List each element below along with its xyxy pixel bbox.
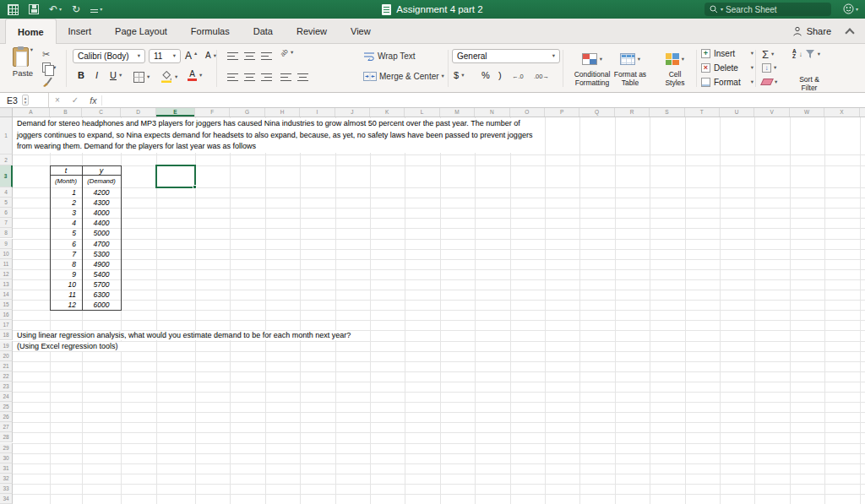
cell-month-row15[interactable]: 12 — [50, 300, 82, 310]
cell-demand-row4[interactable]: 4200 — [82, 187, 121, 198]
column-header-T[interactable]: T — [685, 108, 720, 117]
column-header-K[interactable]: K — [370, 108, 405, 117]
chevron-down-icon[interactable]: ▾ — [59, 7, 62, 12]
chevron-down-icon[interactable]: ▾ — [147, 74, 150, 80]
row-header-22[interactable]: 22 — [0, 371, 13, 382]
cell-month-row8[interactable]: 5 — [50, 228, 82, 238]
tab-home[interactable]: Home — [5, 19, 57, 44]
column-header-L[interactable]: L — [405, 108, 439, 117]
increase-indent-button[interactable] — [297, 73, 308, 81]
fill-button[interactable]: ↓▾ — [762, 63, 776, 73]
row-header-33[interactable]: 33 — [0, 484, 13, 494]
column-header-P[interactable]: P — [545, 108, 579, 117]
cell-month-row10[interactable]: 7 — [50, 249, 82, 259]
insert-function-button[interactable]: fx — [84, 95, 102, 106]
font-size-select[interactable]: 11▾ — [149, 49, 181, 63]
column-header-H[interactable]: H — [265, 108, 300, 117]
chevron-down-icon[interactable]: ▾ — [442, 73, 444, 79]
tab-data[interactable]: Data — [242, 19, 285, 43]
chevron-down-icon[interactable]: ▾ — [199, 73, 202, 79]
cell-demand-row5[interactable]: 4300 — [82, 198, 121, 208]
tab-view[interactable]: View — [339, 19, 383, 43]
column-header-I[interactable]: I — [300, 108, 335, 117]
chevron-down-icon[interactable]: ▾ — [771, 51, 774, 57]
align-bottom-button[interactable] — [261, 52, 272, 60]
autosum-button[interactable]: Σ▾ — [762, 48, 774, 61]
increase-decimal-button[interactable]: ←.0 — [512, 73, 524, 80]
row-header-4[interactable]: 4 — [0, 187, 13, 198]
font-color-button[interactable]: A ▾ — [188, 70, 202, 81]
search-input[interactable]: ▾ Search Sheet — [705, 3, 831, 16]
decrease-indent-button[interactable] — [280, 73, 291, 81]
row-header-14[interactable]: 14 — [0, 290, 13, 300]
format-cells-button[interactable]: Format▾ — [701, 78, 753, 87]
align-middle-button[interactable] — [244, 52, 255, 60]
decrease-decimal-button[interactable]: .00→ — [534, 73, 549, 80]
cell-demand-row10[interactable]: 5300 — [82, 249, 121, 259]
cell-demand-row8[interactable]: 5000 — [82, 228, 121, 238]
cell-month-row12[interactable]: 9 — [50, 269, 82, 279]
cell-b3-month-header[interactable]: t(Month) — [50, 165, 82, 187]
column-header-S[interactable]: S — [650, 108, 684, 117]
align-center-button[interactable] — [244, 73, 255, 81]
row-header-29[interactable]: 29 — [0, 443, 13, 453]
row-header-25[interactable]: 25 — [0, 402, 13, 412]
row-header-34[interactable]: 34 — [0, 494, 13, 504]
cut-button[interactable]: ✂ — [42, 49, 50, 60]
column-header-G[interactable]: G — [230, 108, 264, 117]
cell-month-row7[interactable]: 4 — [50, 218, 82, 228]
cell-demand-row14[interactable]: 6300 — [82, 290, 121, 300]
cell-month-row4[interactable]: 1 — [50, 187, 82, 198]
row-header-8[interactable]: 8 — [0, 228, 13, 238]
confirm-entry-button[interactable]: ✓ — [66, 95, 84, 105]
row-header-3[interactable]: 3 — [0, 165, 13, 187]
row-header-30[interactable]: 30 — [0, 453, 13, 463]
format-painter-button[interactable] — [42, 77, 52, 87]
column-header-V[interactable]: V — [754, 108, 789, 117]
chevron-down-icon[interactable]: ▾ — [175, 74, 177, 80]
column-header-D[interactable]: D — [121, 108, 156, 117]
row-header-2[interactable]: 2 — [0, 154, 13, 165]
toolbar-options-button[interactable]: ▾ — [90, 7, 102, 12]
row-header-26[interactable]: 26 — [0, 412, 13, 422]
row-header-21[interactable]: 21 — [0, 361, 13, 371]
column-header-Q[interactable]: Q — [579, 108, 614, 117]
row-header-23[interactable]: 23 — [0, 382, 13, 392]
column-header-C[interactable]: C — [82, 108, 121, 117]
row-header-24[interactable]: 24 — [0, 392, 13, 402]
row-header-19[interactable]: 19 — [0, 341, 13, 351]
save-button[interactable] — [29, 4, 39, 14]
insert-cells-button[interactable]: +Insert▾ — [701, 49, 753, 58]
row-header-1[interactable]: 1 — [0, 117, 13, 154]
tab-formulas[interactable]: Formulas — [179, 19, 242, 43]
row-header-7[interactable]: 7 — [0, 218, 13, 228]
cell-c3-demand-header[interactable]: y(Demand) — [82, 165, 121, 187]
chevron-down-icon[interactable]: ▾ — [30, 47, 33, 53]
column-header-A[interactable]: A — [13, 108, 50, 117]
column-header-W[interactable]: W — [790, 108, 824, 117]
sheet-grid[interactable]: Demand for stereo headphones and MP3 pla… — [0, 117, 865, 504]
cell-month-row14[interactable]: 11 — [50, 290, 82, 300]
undo-button[interactable]: ↶▾ — [49, 4, 62, 14]
italic-button[interactable]: I — [95, 71, 98, 80]
cell-month-row13[interactable]: 10 — [50, 279, 82, 290]
increase-font-button[interactable]: A▴ — [185, 51, 197, 61]
tab-review[interactable]: Review — [285, 19, 339, 43]
decrease-font-button[interactable]: A▾ — [205, 51, 216, 60]
sort-filter-button[interactable]: AZ ↓ ▾ — [792, 49, 820, 59]
paste-button[interactable]: ▾ Paste — [7, 47, 39, 78]
cell-demand-row6[interactable]: 4000 — [82, 208, 121, 218]
row-header-28[interactable]: 28 — [0, 432, 13, 442]
name-box-stepper[interactable]: ▴▾ — [22, 95, 30, 106]
cell-month-row9[interactable]: 6 — [50, 239, 82, 249]
tab-insert[interactable]: Insert — [57, 19, 104, 43]
percent-format-button[interactable]: % — [481, 71, 490, 80]
chevron-down-icon[interactable]: ▾ — [119, 73, 122, 79]
merge-center-button[interactable]: Merge & Center ▾ — [363, 72, 444, 81]
cell-month-row5[interactable]: 2 — [50, 198, 82, 208]
row-header-12[interactable]: 12 — [0, 269, 13, 279]
row-header-18[interactable]: 18 — [0, 330, 13, 340]
column-header-O[interactable]: O — [510, 108, 545, 117]
row-header-5[interactable]: 5 — [0, 198, 13, 208]
row-header-27[interactable]: 27 — [0, 422, 13, 432]
